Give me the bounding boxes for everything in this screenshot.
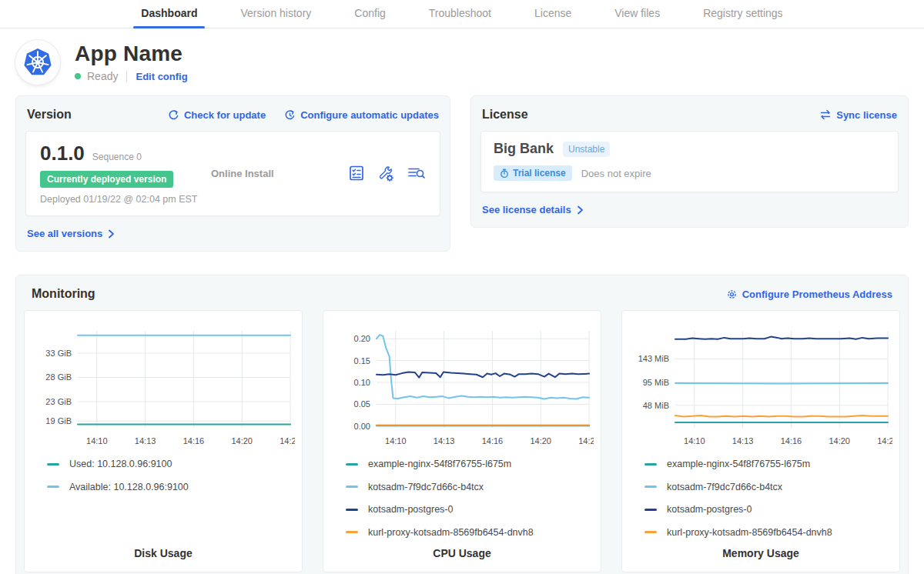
app-header: App Name Ready Edit config	[0, 28, 924, 94]
refresh-icon	[168, 109, 179, 121]
legend-label: kotsadm-7f9dc7d66c-b4tcx	[667, 482, 782, 492]
svg-text:14:16: 14:16	[482, 436, 504, 446]
chevron-right-icon	[576, 205, 584, 215]
version-sequence: Sequence 0	[92, 152, 142, 162]
chart-title: CPU Usage	[330, 547, 594, 562]
deployed-badge: Currently deployed version	[40, 171, 173, 188]
svg-text:19 GiB: 19 GiB	[45, 416, 72, 425]
version-number: 0.1.0	[40, 142, 85, 165]
license-expiry: Does not expire	[581, 168, 651, 179]
chart-panel-memory-usage: 14:1014:1314:1614:2014:2348 MiB95 MiB143…	[621, 310, 900, 572]
trial-license-badge: Trial license	[494, 165, 572, 181]
top-navigation: DashboardVersion historyConfigTroublesho…	[0, 0, 924, 28]
monitoring-title: Monitoring	[32, 287, 95, 301]
tab-troubleshoot[interactable]: Troubleshoot	[421, 0, 499, 28]
memory-usage-chart: 14:1014:1314:1614:2014:2348 MiB95 MiB143…	[629, 320, 892, 449]
sync-license-link[interactable]: Sync license	[819, 109, 897, 121]
install-type: Online Install	[211, 168, 274, 179]
cpu-usage-chart: 14:1014:1314:1614:2014:230.000.050.100.1…	[330, 320, 594, 449]
legend-dash-icon	[346, 531, 358, 533]
svg-text:14:10: 14:10	[86, 436, 108, 446]
svg-text:14:13: 14:13	[434, 436, 455, 446]
configure-prometheus-link[interactable]: Configure Prometheus Address	[726, 289, 892, 300]
legend-label: kurl-proxy-kotsadm-8569fb6454-dnvh8	[667, 527, 832, 538]
see-all-versions-link[interactable]: See all versions	[27, 228, 116, 239]
cpu-usage-legend: example-nginx-54f8f76755-l675mkotsadm-7f…	[346, 459, 594, 547]
edit-config-link[interactable]: Edit config	[136, 71, 187, 82]
monitoring-card: Monitoring Configure Prometheus Address …	[15, 275, 909, 574]
legend-dash-icon	[644, 463, 657, 466]
tab-config[interactable]: Config	[346, 0, 393, 28]
legend-item: example-nginx-54f8f76755-l675m	[644, 459, 892, 469]
divider	[126, 71, 127, 82]
svg-text:14:20: 14:20	[829, 436, 850, 446]
svg-text:28 GiB: 28 GiB	[45, 372, 72, 382]
legend-label: kurl-proxy-kotsadm-8569fb6454-dnvh8	[368, 527, 534, 538]
legend-dash-icon	[644, 509, 657, 511]
config-wrench-icon[interactable]	[377, 165, 395, 182]
legend-item: kotsadm-7f9dc7d66c-b4tcx	[346, 482, 594, 492]
page-title: App Name	[75, 42, 188, 66]
tab-license[interactable]: License	[527, 0, 579, 28]
svg-text:48 MiB: 48 MiB	[643, 401, 669, 410]
legend-label: kotsadm-postgres-0	[368, 504, 453, 515]
tab-version-history[interactable]: Version history	[233, 0, 319, 28]
view-logs-icon[interactable]	[407, 165, 426, 182]
svg-text:14:13: 14:13	[732, 436, 754, 446]
channel-badge: Unstable	[563, 142, 610, 157]
chart-title: Memory Usage	[629, 547, 892, 562]
legend-item: kurl-proxy-kotsadm-8569fb6454-dnvh8	[644, 527, 892, 538]
gear-icon	[726, 289, 738, 300]
version-card-title: Version	[27, 108, 72, 122]
memory-usage-legend: example-nginx-54f8f76755-l675mkotsadm-7f…	[644, 459, 892, 547]
license-card: License Sync license Big Bank Unstable	[470, 95, 909, 228]
legend-label: Used: 10.128.0.96:9100	[69, 459, 172, 469]
legend-item: kotsadm-7f9dc7d66c-b4tcx	[644, 482, 892, 492]
configure-automatic-updates-link[interactable]: Configure automatic updates	[284, 109, 439, 121]
svg-text:23 GiB: 23 GiB	[45, 397, 72, 406]
app-logo	[15, 40, 60, 85]
legend-dash-icon	[346, 509, 358, 511]
legend-label: example-nginx-54f8f76755-l675m	[368, 459, 511, 469]
chart-title: Disk Usage	[32, 547, 295, 562]
legend-dash-icon	[47, 463, 59, 466]
license-card-title: License	[482, 108, 528, 122]
svg-text:0.20: 0.20	[354, 334, 370, 343]
legend-item: kotsadm-postgres-0	[346, 504, 594, 515]
legend-item: kurl-proxy-kotsadm-8569fb6454-dnvh8	[346, 527, 594, 538]
legend-label: Available: 10.128.0.96:9100	[69, 482, 189, 492]
check-for-update-link[interactable]: Check for update	[168, 109, 266, 121]
svg-text:14:10: 14:10	[385, 436, 407, 446]
kubernetes-icon	[20, 45, 55, 80]
svg-text:0.00: 0.00	[354, 422, 370, 431]
disk-usage-chart: 14:1014:1314:1614:2014:2319 GiB23 GiB28 …	[32, 320, 295, 449]
license-panel: Big Bank Unstable Trial license Does not…	[480, 131, 899, 192]
svg-text:14:23: 14:23	[877, 436, 892, 446]
svg-text:33 GiB: 33 GiB	[45, 349, 72, 358]
tab-view-files[interactable]: View files	[607, 0, 668, 28]
legend-dash-icon	[644, 531, 657, 533]
chevron-right-icon	[107, 229, 116, 239]
svg-text:143 MiB: 143 MiB	[638, 354, 669, 363]
svg-text:0.05: 0.05	[354, 399, 370, 409]
see-license-details-link[interactable]: See license details	[482, 204, 584, 215]
legend-item: Available: 10.128.0.96:9100	[47, 482, 295, 492]
legend-item: Used: 10.128.0.96:9100	[47, 459, 295, 469]
status-dot	[75, 73, 81, 79]
legend-dash-icon	[346, 486, 358, 488]
legend-item: kotsadm-postgres-0	[644, 504, 892, 515]
legend-label: kotsadm-postgres-0	[667, 504, 752, 515]
svg-text:14:16: 14:16	[781, 436, 802, 446]
deployed-timestamp: Deployed 01/19/22 @ 02:04 pm EST	[40, 194, 211, 205]
legend-dash-icon	[346, 463, 358, 466]
tab-registry-settings[interactable]: Registry settings	[695, 0, 790, 28]
svg-text:14:20: 14:20	[530, 436, 551, 446]
legend-label: kotsadm-7f9dc7d66c-b4tcx	[368, 482, 484, 492]
chart-panel-cpu-usage: 14:1014:1314:1614:2014:230.000.050.100.1…	[323, 310, 601, 572]
preflight-checks-icon[interactable]	[348, 165, 365, 182]
svg-text:14:23: 14:23	[280, 436, 295, 446]
legend-dash-icon	[644, 486, 657, 488]
svg-text:0.15: 0.15	[354, 356, 370, 365]
tab-dashboard[interactable]: Dashboard	[133, 0, 205, 28]
stopwatch-icon	[500, 169, 509, 179]
